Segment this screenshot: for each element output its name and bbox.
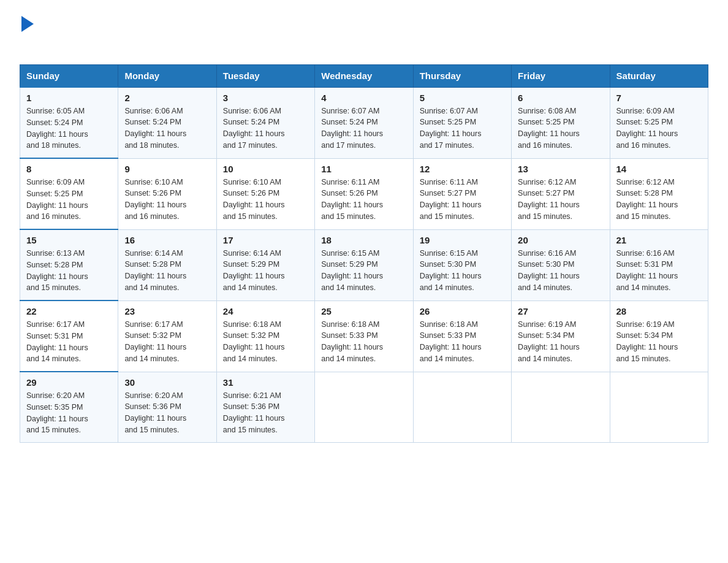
day-number: 6 (518, 93, 603, 103)
day-info: Sunrise: 6:09 AMSunset: 5:25 PMDaylight:… (26, 177, 112, 223)
day-info: Sunrise: 6:14 AMSunset: 5:29 PMDaylight:… (223, 248, 308, 294)
day-info: Sunrise: 6:17 AMSunset: 5:32 PMDaylight:… (124, 319, 210, 365)
calendar-cell: 19 Sunrise: 6:15 AMSunset: 5:30 PMDaylig… (413, 229, 511, 301)
day-info: Sunrise: 6:15 AMSunset: 5:29 PMDaylight:… (321, 248, 406, 294)
calendar-cell: 5 Sunrise: 6:07 AMSunset: 5:25 PMDayligh… (413, 87, 511, 158)
header-sunday: Sunday (20, 65, 118, 88)
calendar-week-row: 15 Sunrise: 6:13 AMSunset: 5:28 PMDaylig… (20, 229, 708, 301)
day-number: 15 (26, 235, 112, 245)
day-info: Sunrise: 6:05 AMSunset: 5:24 PMDaylight:… (26, 105, 112, 151)
day-number: 26 (420, 306, 505, 316)
day-info: Sunrise: 6:07 AMSunset: 5:25 PMDaylight:… (420, 105, 505, 151)
day-number: 8 (26, 164, 112, 174)
day-number: 16 (124, 235, 210, 245)
calendar-cell: 17 Sunrise: 6:14 AMSunset: 5:29 PMDaylig… (216, 229, 314, 301)
calendar-cell: 2 Sunrise: 6:06 AMSunset: 5:24 PMDayligh… (118, 87, 216, 158)
logo-arrow-icon (21, 16, 34, 32)
day-number: 21 (616, 235, 702, 245)
calendar-cell: 4 Sunrise: 6:07 AMSunset: 5:24 PMDayligh… (315, 87, 413, 158)
day-info: Sunrise: 6:18 AMSunset: 5:33 PMDaylight:… (321, 319, 406, 365)
calendar-cell (512, 372, 610, 443)
day-number: 22 (26, 306, 112, 316)
day-number: 7 (616, 93, 702, 103)
calendar-cell: 21 Sunrise: 6:16 AMSunset: 5:31 PMDaylig… (610, 229, 708, 301)
calendar-cell (413, 372, 511, 443)
calendar-week-row: 1 Sunrise: 6:05 AMSunset: 5:24 PMDayligh… (20, 87, 708, 158)
day-number: 28 (616, 306, 702, 316)
day-number: 3 (223, 93, 308, 103)
calendar-cell: 26 Sunrise: 6:18 AMSunset: 5:33 PMDaylig… (413, 301, 511, 372)
day-number: 30 (124, 377, 210, 388)
day-number: 25 (321, 306, 406, 316)
calendar-cell: 10 Sunrise: 6:10 AMSunset: 5:26 PMDaylig… (216, 158, 314, 229)
calendar-cell: 15 Sunrise: 6:13 AMSunset: 5:28 PMDaylig… (20, 229, 118, 301)
day-info: Sunrise: 6:07 AMSunset: 5:24 PMDaylight:… (321, 105, 406, 151)
page-header (20, 15, 708, 53)
calendar-cell: 29 Sunrise: 6:20 AMSunset: 5:35 PMDaylig… (20, 372, 118, 443)
calendar-cell: 3 Sunrise: 6:06 AMSunset: 5:24 PMDayligh… (216, 87, 314, 158)
day-info: Sunrise: 6:12 AMSunset: 5:28 PMDaylight:… (616, 177, 702, 223)
day-number: 19 (420, 235, 505, 245)
calendar-cell: 1 Sunrise: 6:05 AMSunset: 5:24 PMDayligh… (20, 87, 118, 158)
day-number: 20 (518, 235, 603, 245)
calendar-cell: 31 Sunrise: 6:21 AMSunset: 5:36 PMDaylig… (216, 372, 314, 443)
calendar-header-row: SundayMondayTuesdayWednesdayThursdayFrid… (20, 65, 708, 88)
day-info: Sunrise: 6:21 AMSunset: 5:36 PMDaylight:… (223, 390, 308, 436)
day-info: Sunrise: 6:16 AMSunset: 5:30 PMDaylight:… (518, 248, 603, 294)
day-number: 13 (518, 164, 603, 174)
day-number: 17 (223, 235, 308, 245)
day-number: 23 (124, 306, 210, 316)
day-number: 18 (321, 235, 406, 245)
day-info: Sunrise: 6:16 AMSunset: 5:31 PMDaylight:… (616, 248, 702, 294)
calendar-cell: 6 Sunrise: 6:08 AMSunset: 5:25 PMDayligh… (512, 87, 610, 158)
day-number: 1 (26, 93, 112, 103)
day-number: 14 (616, 164, 702, 174)
calendar-week-row: 8 Sunrise: 6:09 AMSunset: 5:25 PMDayligh… (20, 158, 708, 229)
calendar-week-row: 29 Sunrise: 6:20 AMSunset: 5:35 PMDaylig… (20, 372, 708, 443)
calendar-cell: 20 Sunrise: 6:16 AMSunset: 5:30 PMDaylig… (512, 229, 610, 301)
day-number: 2 (124, 93, 210, 103)
day-info: Sunrise: 6:06 AMSunset: 5:24 PMDaylight:… (124, 105, 210, 151)
day-info: Sunrise: 6:18 AMSunset: 5:33 PMDaylight:… (420, 319, 505, 365)
day-number: 31 (223, 377, 308, 388)
calendar-cell: 24 Sunrise: 6:18 AMSunset: 5:32 PMDaylig… (216, 301, 314, 372)
day-number: 4 (321, 93, 406, 103)
day-info: Sunrise: 6:19 AMSunset: 5:34 PMDaylight:… (616, 319, 702, 365)
day-info: Sunrise: 6:10 AMSunset: 5:26 PMDaylight:… (223, 177, 308, 223)
day-number: 10 (223, 164, 308, 174)
calendar-cell: 12 Sunrise: 6:11 AMSunset: 5:27 PMDaylig… (413, 158, 511, 229)
calendar-cell: 18 Sunrise: 6:15 AMSunset: 5:29 PMDaylig… (315, 229, 413, 301)
day-info: Sunrise: 6:11 AMSunset: 5:26 PMDaylight:… (321, 177, 406, 223)
calendar-cell (315, 372, 413, 443)
day-number: 12 (420, 164, 505, 174)
day-info: Sunrise: 6:18 AMSunset: 5:32 PMDaylight:… (223, 319, 308, 365)
day-info: Sunrise: 6:08 AMSunset: 5:25 PMDaylight:… (518, 105, 603, 151)
day-number: 27 (518, 306, 603, 316)
calendar-cell (610, 372, 708, 443)
day-number: 24 (223, 306, 308, 316)
day-number: 5 (420, 93, 505, 103)
day-info: Sunrise: 6:14 AMSunset: 5:28 PMDaylight:… (124, 248, 210, 294)
calendar-cell: 13 Sunrise: 6:12 AMSunset: 5:27 PMDaylig… (512, 158, 610, 229)
calendar-cell: 28 Sunrise: 6:19 AMSunset: 5:34 PMDaylig… (610, 301, 708, 372)
header-monday: Monday (118, 65, 216, 88)
day-info: Sunrise: 6:12 AMSunset: 5:27 PMDaylight:… (518, 177, 603, 223)
calendar-cell: 9 Sunrise: 6:10 AMSunset: 5:26 PMDayligh… (118, 158, 216, 229)
calendar-cell: 7 Sunrise: 6:09 AMSunset: 5:25 PMDayligh… (610, 87, 708, 158)
calendar-cell: 8 Sunrise: 6:09 AMSunset: 5:25 PMDayligh… (20, 158, 118, 229)
day-info: Sunrise: 6:19 AMSunset: 5:34 PMDaylight:… (518, 319, 603, 365)
logo (20, 15, 34, 53)
calendar-table: SundayMondayTuesdayWednesdayThursdayFrid… (20, 64, 708, 443)
calendar-cell: 22 Sunrise: 6:17 AMSunset: 5:31 PMDaylig… (20, 301, 118, 372)
calendar-cell: 14 Sunrise: 6:12 AMSunset: 5:28 PMDaylig… (610, 158, 708, 229)
day-number: 29 (26, 377, 112, 388)
day-info: Sunrise: 6:13 AMSunset: 5:28 PMDaylight:… (26, 248, 112, 294)
header-thursday: Thursday (413, 65, 511, 88)
header-friday: Friday (512, 65, 610, 88)
day-info: Sunrise: 6:06 AMSunset: 5:24 PMDaylight:… (223, 105, 308, 151)
svg-marker-0 (21, 16, 34, 32)
header-wednesday: Wednesday (315, 65, 413, 88)
header-tuesday: Tuesday (216, 65, 314, 88)
day-number: 11 (321, 164, 406, 174)
day-number: 9 (124, 164, 210, 174)
